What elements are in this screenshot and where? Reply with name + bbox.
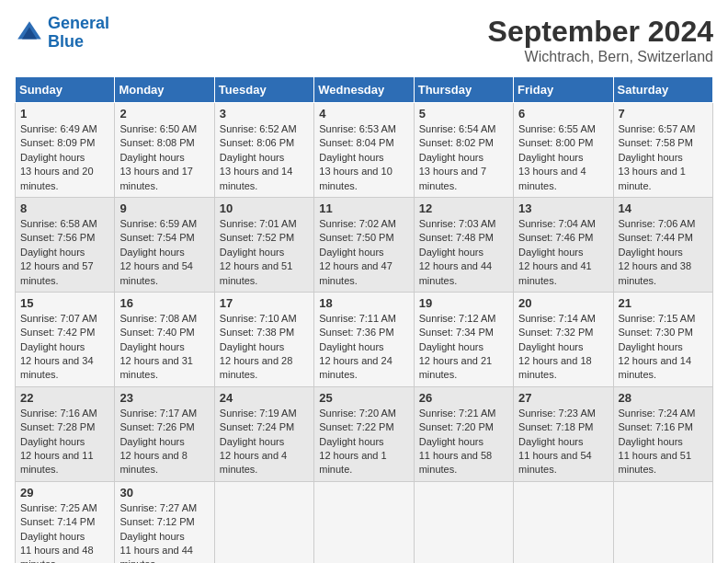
day-number: 7 [619,107,708,121]
calendar-cell: 26 Sunrise: 7:21 AMSunset: 7:20 PMDaylig… [414,386,513,481]
day-detail: Sunrise: 6:55 AMSunset: 8:00 PMDaylight … [518,122,608,193]
day-detail: Sunrise: 7:10 AMSunset: 7:38 PMDaylight … [220,312,309,383]
day-number: 15 [20,296,109,310]
logo-line2: Blue [48,32,84,51]
day-detail: Sunrise: 7:21 AMSunset: 7:20 PMDaylight … [419,407,508,477]
calendar-cell: 1 Sunrise: 6:49 AMSunset: 8:09 PMDayligh… [16,103,115,198]
calendar-cell: 10 Sunrise: 7:01 AMSunset: 7:52 PMDaylig… [214,197,313,292]
day-detail: Sunrise: 7:15 AMSunset: 7:30 PMDaylight … [619,312,708,383]
calendar-cell: 16 Sunrise: 7:08 AMSunset: 7:40 PMDaylig… [115,292,214,386]
day-number: 12 [419,201,508,215]
calendar-cell: 14 Sunrise: 7:06 AMSunset: 7:44 PMDaylig… [613,197,712,292]
calendar-cell: 17 Sunrise: 7:10 AMSunset: 7:38 PMDaylig… [214,292,313,386]
column-headers: SundayMondayTuesdayWednesdayThursdayFrid… [16,77,713,103]
col-header-saturday: Saturday [613,77,712,103]
day-number: 21 [619,296,708,310]
calendar-cell: 27 Sunrise: 7:23 AMSunset: 7:18 PMDaylig… [514,386,613,481]
calendar-cell: 25 Sunrise: 7:20 AMSunset: 7:22 PMDaylig… [314,386,414,481]
day-detail: Sunrise: 6:53 AMSunset: 8:04 PMDaylight … [319,122,408,193]
calendar-cell: 22 Sunrise: 7:16 AMSunset: 7:28 PMDaylig… [16,386,115,481]
day-number: 13 [518,201,608,215]
day-detail: Sunrise: 7:08 AMSunset: 7:40 PMDaylight … [119,312,209,383]
col-header-friday: Friday [514,77,613,103]
col-header-monday: Monday [115,77,214,103]
day-number: 23 [119,391,209,405]
col-header-sunday: Sunday [16,77,115,103]
title-area: September 2024 Wichtrach, Bern, Switzerl… [488,15,713,65]
day-detail: Sunrise: 7:14 AMSunset: 7:32 PMDaylight … [518,312,608,383]
day-detail: Sunrise: 7:12 AMSunset: 7:34 PMDaylight … [419,312,508,383]
day-number: 3 [220,107,309,121]
logo-text: General Blue [48,15,109,52]
calendar-cell [613,481,712,563]
day-number: 19 [419,296,508,310]
calendar-cell: 2 Sunrise: 6:50 AMSunset: 8:08 PMDayligh… [115,103,214,198]
calendar-week-5: 29 Sunrise: 7:25 AMSunset: 7:14 PMDaylig… [16,481,713,563]
day-detail: Sunrise: 6:54 AMSunset: 8:02 PMDaylight … [419,122,508,193]
day-detail: Sunrise: 6:57 AMSunset: 7:58 PMDaylight … [619,122,708,193]
col-header-wednesday: Wednesday [314,77,414,103]
day-number: 2 [119,107,209,121]
day-detail: Sunrise: 6:52 AMSunset: 8:06 PMDaylight … [220,122,309,193]
calendar-cell [214,481,313,563]
page-title: September 2024 [488,15,713,49]
day-number: 20 [518,296,608,310]
calendar-cell: 21 Sunrise: 7:15 AMSunset: 7:30 PMDaylig… [613,292,712,386]
day-number: 26 [419,391,508,405]
header: General Blue September 2024 Wichtrach, B… [15,15,713,65]
day-number: 14 [619,201,708,215]
day-detail: Sunrise: 7:27 AMSunset: 7:12 PMDaylight … [119,501,209,563]
day-number: 16 [119,296,209,310]
day-number: 1 [20,107,109,121]
logo: General Blue [15,15,109,52]
calendar-cell: 13 Sunrise: 7:04 AMSunset: 7:46 PMDaylig… [514,197,613,292]
day-number: 24 [220,391,309,405]
day-detail: Sunrise: 7:07 AMSunset: 7:42 PMDaylight … [20,312,109,383]
calendar-cell: 12 Sunrise: 7:03 AMSunset: 7:48 PMDaylig… [414,197,513,292]
col-header-thursday: Thursday [414,77,513,103]
day-detail: Sunrise: 7:23 AMSunset: 7:18 PMDaylight … [518,407,608,477]
day-detail: Sunrise: 7:16 AMSunset: 7:28 PMDaylight … [20,407,109,477]
calendar-cell: 29 Sunrise: 7:25 AMSunset: 7:14 PMDaylig… [16,481,115,563]
day-number: 27 [518,391,608,405]
calendar-cell: 11 Sunrise: 7:02 AMSunset: 7:50 PMDaylig… [314,197,414,292]
calendar-table: SundayMondayTuesdayWednesdayThursdayFrid… [15,76,713,563]
page-subtitle: Wichtrach, Bern, Switzerland [488,49,713,65]
calendar-cell: 15 Sunrise: 7:07 AMSunset: 7:42 PMDaylig… [16,292,115,386]
calendar-cell: 19 Sunrise: 7:12 AMSunset: 7:34 PMDaylig… [414,292,513,386]
day-detail: Sunrise: 6:50 AMSunset: 8:08 PMDaylight … [119,122,209,193]
day-detail: Sunrise: 6:58 AMSunset: 7:56 PMDaylight … [20,217,109,288]
day-number: 30 [119,486,209,500]
calendar-cell: 8 Sunrise: 6:58 AMSunset: 7:56 PMDayligh… [16,197,115,292]
day-number: 18 [319,296,408,310]
day-detail: Sunrise: 6:59 AMSunset: 7:54 PMDaylight … [119,217,209,288]
day-number: 29 [20,486,109,500]
day-detail: Sunrise: 6:49 AMSunset: 8:09 PMDaylight … [20,122,109,193]
calendar-week-2: 8 Sunrise: 6:58 AMSunset: 7:56 PMDayligh… [16,197,713,292]
day-number: 4 [319,107,408,121]
calendar-cell: 23 Sunrise: 7:17 AMSunset: 7:26 PMDaylig… [115,386,214,481]
day-number: 6 [518,107,608,121]
calendar-cell: 5 Sunrise: 6:54 AMSunset: 8:02 PMDayligh… [414,103,513,198]
day-detail: Sunrise: 7:19 AMSunset: 7:24 PMDaylight … [220,407,309,477]
day-number: 8 [20,201,109,215]
calendar-cell: 9 Sunrise: 6:59 AMSunset: 7:54 PMDayligh… [115,197,214,292]
day-detail: Sunrise: 7:25 AMSunset: 7:14 PMDaylight … [20,501,109,563]
day-number: 17 [220,296,309,310]
calendar-cell: 4 Sunrise: 6:53 AMSunset: 8:04 PMDayligh… [314,103,414,198]
day-number: 10 [220,201,309,215]
day-number: 9 [119,201,209,215]
day-number: 25 [319,391,408,405]
calendar-week-4: 22 Sunrise: 7:16 AMSunset: 7:28 PMDaylig… [16,386,713,481]
day-number: 11 [319,201,408,215]
calendar-cell: 7 Sunrise: 6:57 AMSunset: 7:58 PMDayligh… [613,103,712,198]
calendar-cell: 6 Sunrise: 6:55 AMSunset: 8:00 PMDayligh… [514,103,613,198]
day-detail: Sunrise: 7:24 AMSunset: 7:16 PMDaylight … [619,407,708,477]
day-detail: Sunrise: 7:17 AMSunset: 7:26 PMDaylight … [119,407,209,477]
col-header-tuesday: Tuesday [214,77,313,103]
calendar-cell: 18 Sunrise: 7:11 AMSunset: 7:36 PMDaylig… [314,292,414,386]
calendar-cell [514,481,613,563]
day-detail: Sunrise: 7:06 AMSunset: 7:44 PMDaylight … [619,217,708,288]
logo-icon [15,18,44,48]
calendar-cell: 28 Sunrise: 7:24 AMSunset: 7:16 PMDaylig… [613,386,712,481]
